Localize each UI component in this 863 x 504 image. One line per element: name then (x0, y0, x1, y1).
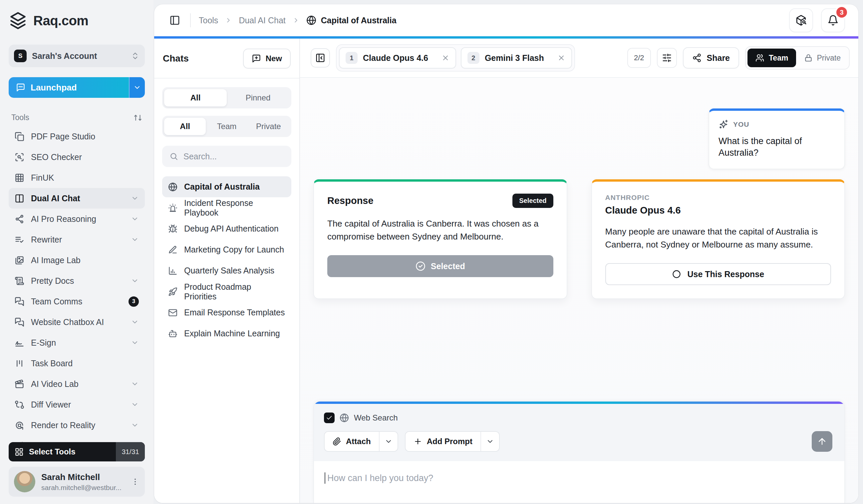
chat-item-capital-of-australia[interactable]: Capital of Australia (162, 176, 291, 197)
text-caret (325, 473, 325, 484)
git-compare-icon (15, 400, 24, 410)
notification-badge: 3 (835, 6, 848, 19)
attach-dropdown-button[interactable] (379, 432, 398, 451)
launchpad-label: Launchpad (30, 82, 77, 93)
composer-toolbar: Web Search Attach (314, 404, 845, 461)
launchpad-button[interactable]: Launchpad (9, 77, 145, 98)
share-button[interactable]: Share (683, 47, 739, 68)
selected-button[interactable]: Selected (327, 255, 553, 277)
account-initial-badge: S (14, 50, 27, 62)
sidebar-item-task-board[interactable]: Task Board (9, 353, 145, 374)
sidebar-item-dual-ai-chat[interactable]: Dual AI Chat (9, 188, 145, 209)
chat-item-marketing-copy-for-launch[interactable]: Marketing Copy for Launch (162, 239, 291, 260)
notifications-button[interactable]: 3 (821, 8, 845, 32)
chat-item-explain-machine-learning[interactable]: Explain Machine Learning (162, 323, 291, 344)
bug-icon (168, 224, 177, 234)
check-circle-icon (415, 261, 425, 271)
model-chip-claude[interactable]: 1 Claude Opus 4.6 (339, 47, 456, 68)
chat-item-email-response-templates[interactable]: Email Response Templates (162, 302, 291, 323)
new-chat-button[interactable]: New (243, 49, 291, 68)
sidebar-item-ai-image-lab[interactable]: AI Image Lab (9, 250, 145, 270)
rotate-camera-icon (15, 421, 24, 430)
private-toggle[interactable]: Private (797, 49, 847, 67)
chat-bubbles-icon (15, 318, 24, 327)
package-search-icon (796, 15, 807, 26)
tab-private[interactable]: Private (248, 118, 289, 135)
header-divider (190, 13, 191, 27)
list-checks-icon (15, 235, 24, 245)
scope-filter-tabs: All Team Private (162, 116, 291, 137)
sort-icon[interactable] (134, 114, 142, 122)
use-this-response-button[interactable]: Use This Response (605, 263, 831, 285)
attach-button[interactable]: Attach (324, 431, 398, 452)
close-icon[interactable] (558, 54, 565, 62)
chevron-down-icon (131, 339, 139, 347)
sidebar-toggle-button[interactable] (167, 13, 182, 28)
globe-icon (306, 15, 316, 25)
sidebar-item-team-comms[interactable]: Team Comms 3 (9, 291, 145, 312)
team-toggle[interactable]: Team (748, 49, 796, 67)
sidebar-item-ai-video-lab[interactable]: AI Video Lab (9, 374, 145, 394)
chat-item-incident-response-playbook[interactable]: Incident Response Playbook (162, 197, 291, 218)
layers-logo-icon (9, 11, 27, 30)
add-prompt-dropdown-button[interactable] (481, 432, 499, 451)
sidebar-item-e-sign[interactable]: E-Sign (9, 332, 145, 353)
profile-card[interactable]: Sarah Mitchell sarah.mitchell@westbur... (9, 467, 145, 497)
lock-icon (804, 54, 813, 62)
package-search-button[interactable] (789, 8, 813, 32)
tab-all-scope[interactable]: All (164, 118, 206, 135)
pen-icon (168, 245, 177, 255)
user-message-bubble: YOU What is the capital of Australia? (709, 108, 845, 169)
sidebar-item-pdf-page-studio[interactable]: PDF Page Studio (9, 126, 145, 147)
chevron-down-icon (131, 194, 139, 202)
sidebar-item-rewriter[interactable]: Rewriter (9, 229, 145, 250)
chevrons-up-down-icon (131, 52, 139, 60)
select-tools-button[interactable]: Select Tools 31/31 (9, 442, 145, 462)
visibility-toggle: Team Private (745, 46, 850, 69)
sidebar-item-seo-checker[interactable]: SEO Checker (9, 147, 145, 167)
send-button[interactable] (812, 431, 833, 452)
search-input[interactable]: Search... (162, 146, 291, 167)
kebab-menu-icon[interactable] (131, 477, 139, 486)
chevron-down-icon (131, 215, 139, 223)
breadcrumb-dual-ai-chat[interactable]: Dual AI Chat (239, 16, 285, 25)
check-icon (326, 414, 333, 421)
sidebar-item-render-to-reality[interactable]: Render to Reality (9, 415, 145, 436)
pages-icon (15, 132, 24, 141)
scan-search-icon (15, 152, 24, 162)
account-label: Sarah's Account (32, 51, 126, 61)
message-icon (16, 83, 25, 92)
chat-item-product-roadmap-priorities[interactable]: Product Roadmap Priorities (162, 281, 291, 302)
sidebar-item-finuk[interactable]: FinUK (9, 167, 145, 188)
sidebar-item-vector-motion-lab[interactable]: Vector Motion Lab (9, 436, 145, 442)
radio-circle-icon (672, 270, 681, 279)
tools-nav: PDF Page Studio SEO Checker FinUK Dual A… (9, 126, 145, 442)
claude-response-card: ANTHROPIC Claude Opus 4.6 Many people ar… (591, 179, 845, 299)
message-sender: YOU (733, 120, 749, 128)
chat-item-debug-api-authentication[interactable]: Debug API Authentication (162, 218, 291, 239)
chevron-down-icon (131, 421, 139, 429)
sidebar-item-ai-pro-reasoning[interactable]: AI Pro Reasoning (9, 209, 145, 229)
launchpad-expand-button[interactable] (129, 77, 145, 98)
close-icon[interactable] (441, 54, 449, 62)
signature-icon (15, 338, 24, 348)
search-placeholder: Search... (184, 152, 217, 161)
settings-button[interactable] (657, 48, 677, 68)
account-switcher[interactable]: S Sarah's Account (9, 44, 145, 67)
add-prompt-button[interactable]: Add Prompt (405, 431, 500, 452)
breadcrumb-tools[interactable]: Tools (199, 16, 218, 25)
model-chip-gemini[interactable]: 2 Gemini 3 Flash (461, 47, 572, 68)
chat-item-quarterly-sales-analysis[interactable]: Quarterly Sales Analysis (162, 260, 291, 281)
panel-left-close-icon (315, 53, 325, 63)
message-input[interactable]: How can I help you today? (314, 461, 845, 503)
responses-row: Response Selected The capital of Austral… (313, 179, 845, 299)
tab-pinned[interactable]: Pinned (227, 89, 289, 106)
sidebar-item-pretty-docs[interactable]: Pretty Docs (9, 270, 145, 291)
tab-all-pins[interactable]: All (164, 89, 227, 106)
sidebar-item-website-chatbox-ai[interactable]: Website Chatbox AI (9, 312, 145, 332)
sliders-icon (662, 53, 672, 63)
tab-team[interactable]: Team (206, 118, 247, 135)
collapse-panel-button[interactable] (311, 48, 330, 67)
sidebar-item-diff-viewer[interactable]: Diff Viewer (9, 394, 145, 415)
web-search-checkbox[interactable] (324, 413, 335, 423)
